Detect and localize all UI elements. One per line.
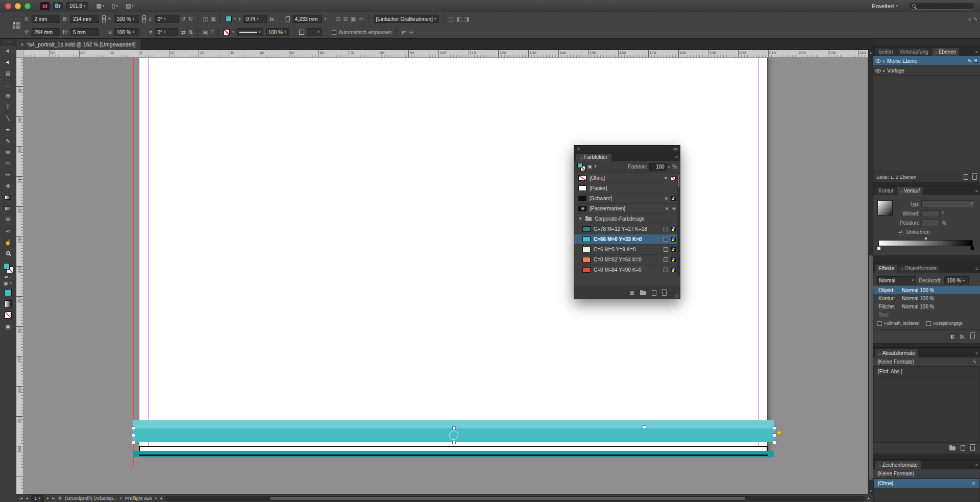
last-page-button[interactable]: ▸| bbox=[52, 496, 55, 500]
search-input[interactable] bbox=[909, 2, 975, 10]
opacity-field[interactable]: 100 %▾ bbox=[266, 28, 289, 36]
group-expand-icon[interactable]: ▼ bbox=[578, 217, 582, 221]
tab-effekte[interactable]: Effekte bbox=[875, 265, 897, 273]
close-panel-icon[interactable]: ✕ bbox=[577, 147, 580, 151]
apply-to-container-icon[interactable]: ▣ bbox=[4, 281, 8, 286]
swatch-row[interactable]: C=0 M=62 Y=64 K=0 bbox=[574, 255, 680, 265]
new-style-icon[interactable] bbox=[961, 445, 965, 451]
quick-apply-icon[interactable]: ϟ bbox=[974, 16, 977, 22]
page-tool[interactable]: ▤ bbox=[0, 68, 16, 79]
content-grabber-icon[interactable] bbox=[449, 431, 458, 440]
swatch-row[interactable]: C=78 M=12 Y=27 K=18 bbox=[574, 224, 680, 234]
swatches-panel-titlebar[interactable]: ✕ ◂◂ bbox=[574, 146, 680, 152]
swatch-row-selected[interactable]: C=66 M=0 Y=33 K=0 bbox=[574, 234, 680, 245]
gradient-stop-end[interactable] bbox=[970, 246, 974, 250]
bleed-guide-right[interactable] bbox=[774, 58, 774, 466]
swatch-group-row[interactable]: ▼ Corporate-Farbdesign bbox=[574, 214, 680, 224]
fill-stroke-proxy[interactable] bbox=[577, 163, 585, 171]
layer-visibility-icon[interactable] bbox=[875, 69, 881, 73]
effects-opacity-field[interactable]: 100 %▸ bbox=[944, 276, 969, 284]
corner-radius-field[interactable]: 4,233 mm bbox=[292, 15, 322, 23]
previous-page-button[interactable]: ◂ bbox=[26, 496, 28, 500]
horizontal-ruler[interactable]: 3020100102030405060708090100110120130140… bbox=[23, 50, 868, 58]
fill-color-box[interactable] bbox=[3, 263, 10, 270]
flip-vertical-icon[interactable]: ⇅ bbox=[188, 30, 193, 35]
swatch-row[interactable]: C=6 M=5 Y=9 K=0 bbox=[574, 245, 680, 255]
tab-zeichenformate[interactable]: Zeichenformate bbox=[875, 461, 921, 469]
scroll-right-icon[interactable]: ▸ bbox=[868, 496, 870, 500]
effects-target-row[interactable]: Fläche: Normal 100 % bbox=[873, 302, 980, 310]
add-effect-icon[interactable]: fx. bbox=[960, 334, 965, 340]
selection-handle[interactable] bbox=[132, 426, 135, 430]
delete-swatch-icon[interactable] bbox=[662, 291, 667, 296]
scale-x-field[interactable]: 100 %▾ bbox=[114, 15, 139, 23]
arrange-documents-button[interactable]: ▤▾ bbox=[126, 3, 134, 9]
flip-horizontal-icon[interactable]: ⇄ bbox=[181, 30, 185, 35]
swatch-views-icon[interactable]: ▦ bbox=[630, 291, 634, 296]
rectangle-frame-tool[interactable]: ⊠ bbox=[0, 147, 16, 158]
fill-swatch[interactable] bbox=[226, 16, 232, 22]
window-zoom-button[interactable] bbox=[24, 3, 31, 9]
panel-menu-icon[interactable]: ≡ bbox=[975, 351, 978, 357]
frame-options-icon[interactable]: ⊟ bbox=[409, 30, 413, 35]
new-style-group-icon[interactable] bbox=[949, 446, 955, 450]
close-tab-icon[interactable]: × bbox=[20, 41, 23, 47]
reference-point-proxy[interactable] bbox=[13, 22, 20, 29]
selection-handle[interactable] bbox=[452, 426, 456, 430]
swatch-row-paper[interactable]: [Papier] bbox=[574, 183, 680, 194]
pen-tool[interactable]: ✒ bbox=[0, 124, 16, 135]
new-swatch-group-icon[interactable] bbox=[640, 291, 646, 295]
swatch-list-scrollbar[interactable] bbox=[677, 173, 680, 275]
delete-effect-icon[interactable] bbox=[970, 334, 975, 339]
tab-verknuepfungen[interactable]: Verknüpfung bbox=[896, 48, 931, 56]
stroke-type-select[interactable]: ▾ bbox=[237, 28, 263, 36]
swatch-row-registration[interactable]: [Passermarken] ✕⊕ bbox=[574, 204, 680, 214]
view-options-button[interactable]: ▦▾ bbox=[96, 3, 104, 9]
rectangle-tool[interactable]: ▭ bbox=[0, 158, 16, 169]
layer-expand-icon[interactable]: ▸ bbox=[883, 68, 885, 73]
x-field[interactable]: 2 mm bbox=[32, 15, 60, 23]
select-container-icon[interactable]: ◫ bbox=[203, 16, 208, 22]
tab-objektformate[interactable]: Objektformate bbox=[898, 265, 940, 273]
preflight-status-select[interactable]: Preflight aus bbox=[125, 495, 152, 501]
isolate-blending-checkbox[interactable] bbox=[877, 321, 882, 326]
selection-handle[interactable] bbox=[452, 441, 456, 444]
selection-handle[interactable] bbox=[132, 441, 135, 444]
blend-mode-select[interactable]: Normal▾ bbox=[876, 276, 916, 284]
note-tool[interactable]: ✉ bbox=[0, 214, 16, 225]
y-field[interactable]: 294 mm bbox=[32, 28, 60, 36]
horizontal-scroll-thumb[interactable] bbox=[270, 497, 745, 500]
gradient-stop-start[interactable] bbox=[877, 246, 881, 250]
gradient-midpoint-icon[interactable] bbox=[923, 236, 927, 241]
new-layer-icon[interactable] bbox=[964, 174, 968, 180]
tab-absatzformate[interactable]: Absatzformate bbox=[875, 349, 918, 357]
wrap-shape-icon[interactable]: ◨ bbox=[464, 16, 469, 22]
vertical-scrollbar[interactable]: ▲ ▼ bbox=[868, 50, 873, 494]
canvas[interactable] bbox=[23, 58, 868, 494]
effects-target-row[interactable]: Objekt: Normal 100 % bbox=[873, 286, 980, 294]
center-content-icon[interactable]: ▣ bbox=[351, 16, 356, 22]
gradient-tool[interactable] bbox=[0, 192, 16, 203]
free-transform-tool[interactable]: ✜ bbox=[0, 180, 16, 192]
type-tool[interactable]: T bbox=[0, 102, 16, 113]
formatting-container-icon[interactable]: ▣ bbox=[587, 164, 592, 169]
selection-handle[interactable] bbox=[132, 434, 135, 437]
selection-handle[interactable] bbox=[773, 434, 776, 437]
tab-farbfelder[interactable]: Farbfelder bbox=[576, 154, 611, 161]
gradient-feather-tool[interactable] bbox=[0, 203, 16, 214]
object-style-select[interactable]: [Einfacher Grafikrahmen]+▾ bbox=[374, 15, 439, 23]
page-number-field[interactable]: 1▾ bbox=[31, 495, 44, 501]
effects-menu-button[interactable]: fx. bbox=[270, 16, 275, 22]
stroke-weight-stepper[interactable]: ▲▼ bbox=[238, 17, 241, 21]
zoom-tool[interactable] bbox=[0, 248, 16, 259]
workspace-switcher[interactable]: Erweitert▾ bbox=[872, 3, 898, 9]
ruler-origin-box[interactable] bbox=[16, 50, 23, 58]
paragraph-style-row[interactable]: [Einf. Abs.] bbox=[874, 367, 979, 376]
bleed-guide-left[interactable] bbox=[133, 58, 134, 466]
select-content-icon[interactable]: ▣ bbox=[210, 16, 215, 22]
apply-gradient-button[interactable] bbox=[5, 300, 12, 307]
constrain-dimensions-icon[interactable] bbox=[102, 15, 105, 22]
reverse-gradient-button[interactable]: ⇄ Umkehren bbox=[897, 229, 930, 235]
panel-menu-icon[interactable]: ≡ bbox=[975, 463, 978, 469]
apply-to-text-icon[interactable]: T bbox=[10, 281, 13, 286]
